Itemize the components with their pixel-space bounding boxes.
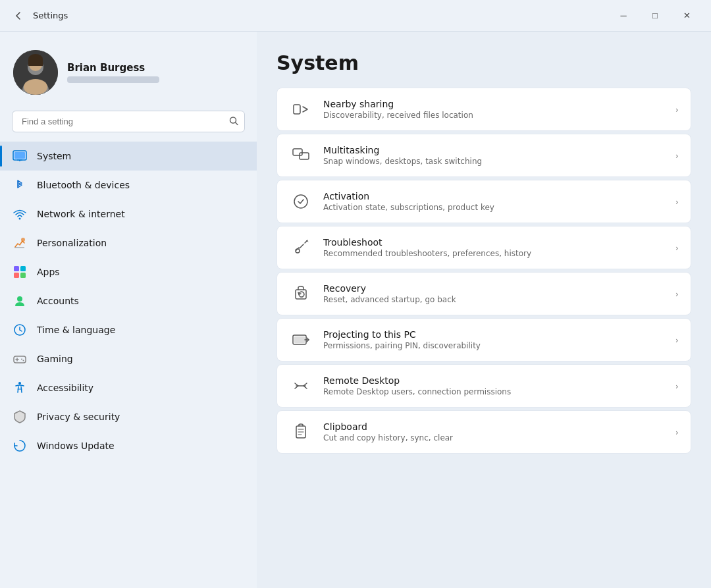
projecting-title: Projecting to this PC (323, 329, 665, 340)
multitasking-icon (289, 144, 313, 167)
svg-rect-16 (20, 266, 26, 271)
sidebar-item-privacy[interactable]: Privacy & security (0, 402, 257, 431)
settings-list: Nearby sharing Discoverability, received… (276, 88, 691, 473)
search-input[interactable] (12, 111, 245, 132)
privacy-icon (12, 409, 28, 425)
multitasking-title: Multitasking (323, 145, 665, 155)
clipboard-icon (289, 420, 313, 444)
settings-item-recovery[interactable]: Recovery Reset, advanced startup, go bac… (276, 272, 691, 315)
page-title: System (276, 51, 691, 74)
sidebar-item-personalization[interactable]: Personalization (0, 228, 257, 257)
activation-text: Activation Activation state, subscriptio… (323, 191, 665, 212)
projecting-desc: Permissions, pairing PIN, discoverabilit… (323, 341, 665, 350)
settings-item-activation[interactable]: Activation Activation state, subscriptio… (276, 180, 691, 223)
sidebar-item-apps-label: Apps (37, 267, 60, 277)
nearby-sharing-text: Nearby sharing Discoverability, received… (323, 99, 665, 120)
troubleshoot-text: Troubleshoot Recommended troubleshooters… (323, 237, 665, 258)
network-icon (12, 206, 28, 222)
multitasking-chevron: › (675, 151, 679, 161)
sidebar-item-gaming-label: Gaming (37, 354, 73, 364)
maximize-button[interactable]: □ (640, 5, 670, 26)
svg-rect-28 (293, 149, 302, 155)
sidebar-item-gaming[interactable]: Gaming (0, 344, 257, 373)
sidebar-item-apps[interactable]: Apps (0, 257, 257, 286)
sidebar-item-bluetooth-label: Bluetooth & devices (37, 180, 130, 190)
user-profile: Brian Burgess (0, 32, 257, 108)
back-button[interactable] (9, 7, 28, 25)
nearby-sharing-icon (289, 97, 313, 121)
svg-rect-29 (300, 153, 309, 159)
remote-desktop-desc: Remote Desktop users, connection permiss… (323, 387, 665, 396)
svg-rect-27 (294, 105, 300, 114)
sidebar: Brian Burgess (0, 32, 257, 588)
sidebar-item-accounts[interactable]: Accounts (0, 286, 257, 315)
sidebar-item-bluetooth[interactable]: Bluetooth & devices (0, 171, 257, 200)
sidebar-item-system[interactable]: System (0, 142, 257, 171)
sidebar-nav: System Bluetooth & devices (0, 142, 257, 460)
sidebar-item-network-label: Network & internet (37, 209, 125, 219)
projecting-text: Projecting to this PC Permissions, pairi… (323, 329, 665, 350)
remote-desktop-icon (289, 374, 313, 398)
svg-rect-17 (14, 273, 19, 278)
svg-point-4 (24, 79, 47, 95)
sidebar-item-accessibility-label: Accessibility (37, 383, 93, 393)
sidebar-item-privacy-label: Privacy & security (37, 412, 120, 422)
sidebar-item-update[interactable]: Windows Update (0, 431, 257, 460)
accounts-icon (12, 293, 28, 309)
settings-item-projecting[interactable]: Projecting to this PC Permissions, pairi… (276, 318, 691, 361)
apps-icon (12, 264, 28, 280)
svg-point-30 (294, 195, 307, 208)
multitasking-desc: Snap windows, desktops, task switching (323, 157, 665, 166)
settings-item-clipboard[interactable]: Clipboard Cut and copy history, sync, cl… (276, 410, 691, 454)
svg-point-14 (21, 238, 25, 242)
svg-rect-34 (294, 336, 305, 343)
close-button[interactable]: ✕ (672, 5, 702, 26)
time-icon (12, 322, 28, 338)
troubleshoot-title: Troubleshoot (323, 237, 665, 248)
personalization-icon (12, 235, 28, 251)
recovery-icon (289, 282, 313, 306)
user-name: Brian Burgess (67, 62, 159, 74)
nearby-sharing-title: Nearby sharing (323, 99, 665, 109)
search-icon[interactable] (229, 116, 238, 127)
sidebar-item-accessibility[interactable]: Accessibility (0, 373, 257, 402)
nearby-sharing-desc: Discoverability, received files location (323, 111, 665, 120)
recovery-chevron: › (675, 289, 679, 299)
sidebar-item-personalization-label: Personalization (37, 238, 107, 248)
recovery-text: Recovery Reset, advanced startup, go bac… (323, 283, 665, 304)
app-body: Brian Burgess (0, 32, 711, 588)
recovery-desc: Reset, advanced startup, go back (323, 295, 665, 304)
projecting-icon (289, 328, 313, 352)
svg-line-8 (236, 122, 238, 125)
troubleshoot-chevron: › (675, 243, 679, 253)
svg-point-25 (23, 360, 24, 361)
svg-point-13 (19, 218, 21, 220)
nearby-sharing-chevron: › (675, 105, 679, 115)
activation-title: Activation (323, 191, 665, 201)
activation-icon (289, 190, 313, 213)
multitasking-text: Multitasking Snap windows, desktops, tas… (323, 145, 665, 166)
sidebar-item-network[interactable]: Network & internet (0, 200, 257, 228)
settings-item-remote-desktop[interactable]: Remote Desktop Remote Desktop users, con… (276, 364, 691, 408)
accessibility-icon (12, 380, 28, 396)
clipboard-desc: Cut and copy history, sync, clear (323, 433, 665, 442)
settings-item-nearby-sharing[interactable]: Nearby sharing Discoverability, received… (276, 88, 691, 131)
svg-rect-15 (14, 266, 19, 271)
svg-point-24 (21, 359, 22, 360)
remote-desktop-title: Remote Desktop (323, 375, 665, 386)
clipboard-text: Clipboard Cut and copy history, sync, cl… (323, 421, 665, 442)
activation-chevron: › (675, 197, 679, 207)
content-area: System Nearby sharing Discoverability, r… (257, 32, 711, 588)
settings-item-multitasking[interactable]: Multitasking Snap windows, desktops, tas… (276, 134, 691, 177)
minimize-button[interactable]: ─ (608, 5, 639, 26)
remote-desktop-chevron: › (675, 381, 679, 391)
search-box (12, 111, 245, 132)
user-subtitle-redacted (67, 76, 159, 83)
sidebar-item-accounts-label: Accounts (37, 296, 79, 306)
sidebar-item-time[interactable]: Time & language (0, 315, 257, 344)
troubleshoot-icon (289, 236, 313, 259)
settings-item-troubleshoot[interactable]: Troubleshoot Recommended troubleshooters… (276, 226, 691, 269)
system-icon (12, 148, 28, 164)
svg-rect-10 (14, 152, 25, 159)
svg-point-26 (18, 382, 21, 385)
